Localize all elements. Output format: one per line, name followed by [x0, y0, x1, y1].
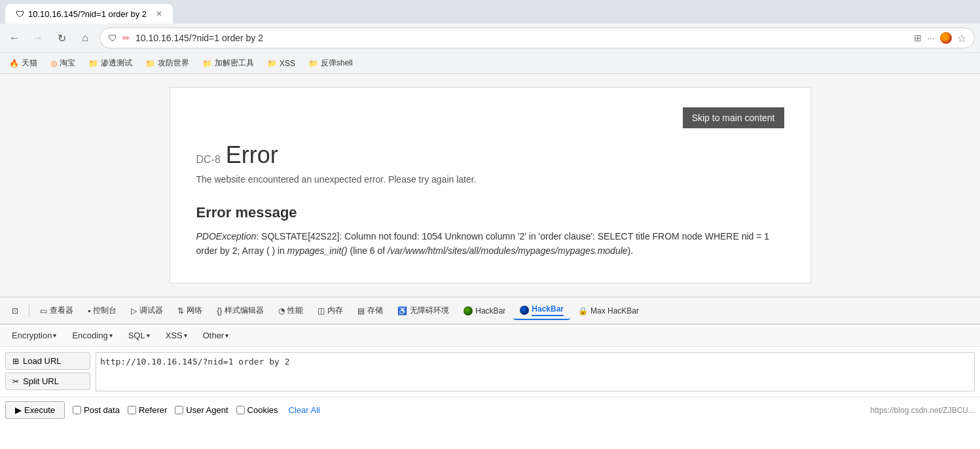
- bookmark-pentest[interactable]: 📁 渗透测试: [84, 56, 136, 70]
- bookmark-tianmao-label: 天猫: [22, 58, 37, 69]
- execute-label: Execute: [24, 405, 55, 415]
- active-tab[interactable]: 🛡 10.10.16.145/?nid=1 order by 2 ✕: [5, 4, 173, 24]
- encryption-chevron-icon: ▾: [53, 332, 56, 339]
- devtools-maxhackbar-button[interactable]: 🔒 Max HacKBar: [572, 304, 645, 318]
- skip-to-main-content[interactable]: Skip to main content: [683, 107, 784, 128]
- access-label: 无障碍环境: [410, 305, 449, 316]
- bookmark-decrypt[interactable]: 📁 加解密工具: [198, 56, 258, 70]
- sql-chevron-icon: ▾: [147, 332, 150, 339]
- forward-button[interactable]: →: [29, 29, 47, 47]
- back-icon: ←: [9, 32, 20, 44]
- hackbar2-icon: [520, 306, 529, 315]
- devtools-perf-button[interactable]: ◔ 性能: [272, 302, 310, 319]
- devtools-picker-button[interactable]: ⊡: [5, 304, 25, 318]
- devtools-storage-button[interactable]: ▤ 存储: [351, 302, 390, 319]
- devtools-debugger-button[interactable]: ▷ 调试器: [124, 302, 170, 319]
- clear-all-button[interactable]: Clear All: [289, 405, 320, 415]
- network-icon: ⇅: [177, 306, 184, 315]
- devtools-console-button[interactable]: ▪ 控制台: [81, 302, 123, 319]
- memory-label: 内存: [327, 305, 343, 316]
- edit-icon: ✏: [122, 33, 130, 43]
- devtools-access-button[interactable]: ♿ 无障碍环境: [391, 302, 456, 319]
- access-icon: ♿: [397, 306, 407, 315]
- cookies-checkbox-label[interactable]: Cookies: [236, 405, 278, 415]
- back-button[interactable]: ←: [5, 29, 24, 47]
- bookmark-taobao[interactable]: ◎ 淘宝: [46, 56, 79, 70]
- encoding-label: Encoding: [72, 331, 107, 340]
- user-agent-checkbox[interactable]: [175, 406, 183, 414]
- bookmark-tianmao[interactable]: 🔥 天猫: [5, 56, 41, 70]
- hackbar-bottom: ▶ Execute Post data Referer User Agent C…: [0, 397, 980, 424]
- qr-icon[interactable]: ⊞: [914, 33, 922, 43]
- referer-checkbox-label[interactable]: Referer: [128, 405, 167, 415]
- bookmark-taobao-label: 淘宝: [60, 58, 75, 69]
- post-data-checkbox-label[interactable]: Post data: [73, 405, 120, 415]
- bookmark-icon[interactable]: ☆: [957, 32, 966, 45]
- split-url-button[interactable]: ✂ Split URL: [5, 372, 90, 390]
- hackbar-encoding-button[interactable]: Encoding ▾: [65, 329, 118, 342]
- tab-favicon: 🛡: [16, 9, 24, 19]
- bookmark-decrypt-label: 加解密工具: [215, 58, 254, 69]
- load-url-button[interactable]: ⊞ Load URL: [5, 352, 90, 370]
- network-label: 网络: [187, 305, 202, 316]
- execute-icon: ▶: [15, 405, 22, 415]
- hackbar-other-button[interactable]: Other ▾: [196, 329, 236, 342]
- devtools-separator: [29, 304, 29, 317]
- error-function: mypages_init(): [287, 245, 348, 256]
- devtools-inspector-button[interactable]: ▭ 查看器: [33, 302, 80, 319]
- devtools-memory-button[interactable]: ◫ 内存: [311, 302, 350, 319]
- hackbar-xss-button[interactable]: XSS ▾: [159, 329, 194, 342]
- perf-icon: ◔: [278, 306, 285, 315]
- bookmark-攻防世界[interactable]: 📁 攻防世界: [141, 56, 193, 70]
- hackbar-menu: Encryption ▾ Encoding ▾ SQL ▾ XSS ▾ Othe…: [0, 325, 980, 347]
- sql-label: SQL: [128, 331, 145, 340]
- hackbar-panel: Encryption ▾ Encoding ▾ SQL ▾ XSS ▾ Othe…: [0, 324, 980, 424]
- referer-checkbox[interactable]: [128, 406, 136, 414]
- home-button[interactable]: ⌂: [76, 29, 94, 47]
- maxhackbar-lock-icon: 🔒: [578, 306, 588, 315]
- tab-bar: 🛡 10.10.16.145/?nid=1 order by 2 ✕: [0, 0, 980, 24]
- devtools-style-button[interactable]: {} 样式编辑器: [210, 302, 270, 319]
- split-url-label: Split URL: [23, 376, 59, 386]
- hackbar-encryption-button[interactable]: Encryption ▾: [5, 329, 63, 342]
- bookmark-xss[interactable]: 📁 XSS: [263, 58, 299, 69]
- console-icon: ▪: [88, 306, 90, 315]
- devtools-hackbar2-button[interactable]: HackBar: [513, 302, 570, 320]
- error-card: Skip to main content DC-8 Error The webs…: [170, 87, 811, 283]
- execute-button[interactable]: ▶ Execute: [5, 401, 65, 419]
- hackbar1-icon: [463, 306, 473, 315]
- load-url-icon: ⊞: [12, 357, 19, 366]
- user-agent-checkbox-label[interactable]: User Agent: [175, 405, 228, 415]
- inspector-label: 查看器: [50, 305, 73, 316]
- bookmark-pentest-label: 渗透测试: [101, 58, 132, 69]
- xss-folder-icon: 📁: [267, 59, 277, 68]
- style-icon: {}: [217, 306, 222, 315]
- cookies-checkbox[interactable]: [236, 406, 245, 414]
- forward-icon: →: [33, 32, 43, 44]
- tab-close-icon[interactable]: ✕: [156, 9, 162, 18]
- split-url-icon: ✂: [12, 377, 19, 386]
- decrypt-folder-icon: 📁: [202, 59, 212, 68]
- post-data-label: Post data: [84, 405, 120, 415]
- firefox-logo: [940, 32, 952, 44]
- perf-label: 性能: [287, 305, 303, 316]
- user-agent-label: User Agent: [186, 405, 228, 415]
- hackbar-sql-button[interactable]: SQL ▾: [122, 329, 156, 342]
- devtools-hackbar1-button[interactable]: HackBar: [457, 304, 512, 318]
- hackbar-url-input[interactable]: http://10.10.16.145/?nid=1 order by 2: [96, 352, 975, 391]
- address-bar[interactable]: 🛡 ✏ 10.10.16.145/?nid=1 order by 2 ⊞ ···…: [100, 27, 975, 48]
- rebound-folder-icon: 📁: [308, 59, 318, 68]
- xss-label: XSS: [166, 331, 183, 340]
- style-label: 样式编辑器: [225, 305, 264, 316]
- error-title: Error: [226, 141, 278, 169]
- post-data-checkbox[interactable]: [73, 406, 81, 414]
- error-subtitle: The website encountered an unexpected er…: [196, 174, 784, 185]
- refresh-icon: ↻: [58, 32, 66, 45]
- bookmark-rebound[interactable]: 📁 反弹shell: [304, 56, 357, 70]
- devtools-network-button[interactable]: ⇅ 网络: [171, 302, 209, 319]
- refresh-button[interactable]: ↻: [52, 29, 71, 47]
- other-chevron-icon: ▾: [225, 332, 228, 339]
- storage-icon: ▤: [357, 306, 365, 315]
- menu-icon[interactable]: ···: [927, 33, 935, 43]
- nav-bar: ← → ↻ ⌂ 🛡 ✏ 10.10.16.145/?nid=1 order by…: [0, 24, 980, 52]
